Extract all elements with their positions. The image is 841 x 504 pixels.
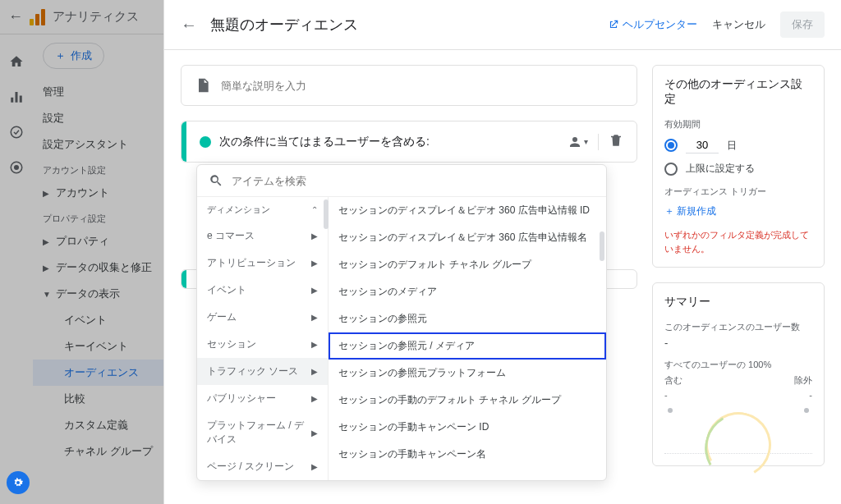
nav-account-label: アカウント [56,186,109,200]
chevron-right-icon: ▶ [43,189,51,198]
trigger-label: オーディエンス トリガー [664,186,812,198]
category-item[interactable]: セッション▶ [197,331,328,358]
home-icon[interactable] [9,54,24,71]
summary-pct-label: すべてのユーザーの 100% [664,359,812,371]
max-radio[interactable] [664,163,678,176]
trigger-new-link[interactable]: ＋ 新規作成 [664,204,812,218]
settings-title: その他のオーディエンス設定 [664,77,812,107]
chevron-right-icon: ▶ [311,286,318,295]
description-row [181,65,637,106]
plus-icon: ＋ [55,48,66,63]
dimension-item[interactable]: セッションのディスプレイ＆ビデオ 360 広告申込情報 ID [329,197,606,224]
category-item[interactable]: ゲーム▶ [197,304,328,331]
picker-search-row [197,165,606,197]
chevron-right-icon: ▶ [311,231,318,241]
scope-dropdown[interactable]: ▾ [568,135,588,149]
app-title: アナリティクス [53,9,139,25]
max-label: 上限に設定する [686,162,755,176]
help-link-label: ヘルプセンター [623,17,697,32]
duration-input[interactable] [686,137,719,153]
help-link[interactable]: ヘルプセンター [608,17,697,32]
nav-data-display[interactable]: ▼データの表示 [33,281,163,307]
create-label: 作成 [71,48,92,63]
include-card: 次の条件に当てはまるユーザーを含める: ▾ [181,121,637,163]
include-title: 次の条件に当てはまるユーザーを含める: [219,135,559,149]
search-icon [209,173,223,188]
nav-data-collect[interactable]: ▶データの収集と修正 [33,254,163,281]
category-item[interactable]: トラフィック ソース▶ [197,358,328,385]
include-label: 含む [664,374,682,387]
nav-property[interactable]: ▶プロパティ [33,228,163,254]
dimension-item[interactable]: セッションのディスプレイ＆ビデオ 360 広告申込情報名 [329,224,606,251]
document-icon [195,77,211,94]
chevron-up-icon: ⌃ [311,205,318,214]
dimension-item[interactable]: セッションの参照元プラットフォーム [329,360,606,387]
scrollbar[interactable] [600,231,604,261]
scrollbar[interactable] [324,199,329,229]
page-title: 無題のオーディエンス [210,15,595,34]
account-group-label: アカウント設定 [33,158,163,180]
dimension-item[interactable]: セッションの手動キャンペーン名 [329,441,606,468]
chevron-right-icon: ▶ [43,237,51,246]
chevron-right-icon: ▶ [311,259,318,268]
duration-unit: 日 [727,139,737,153]
settings-card: その他のオーディエンス設定 有効期間 日 上限に設定する オーディエンス トリガ… [652,65,825,268]
category-header: ディメンション ⌃ [197,197,328,222]
chevron-right-icon: ▶ [311,462,318,471]
nav-settings[interactable]: 設定 [33,105,163,131]
category-item[interactable]: プラットフォーム / デバイス▶ [197,412,328,453]
explore-icon[interactable] [9,125,24,142]
chevron-down-icon: ▼ [43,290,51,299]
dimension-picker: ディメンション ⌃ e コマース▶アトリビューション▶イベント▶ゲーム▶セッショ… [196,164,607,481]
nav-events[interactable]: イベント [33,307,163,333]
summary-users-label: このオーディエンスのユーザー数 [664,321,812,333]
create-button[interactable]: ＋ 作成 [43,43,104,69]
nav-account[interactable]: ▶アカウント [33,180,163,206]
back-button[interactable]: ← [181,16,197,34]
nav-custom-def[interactable]: カスタム定義 [33,412,163,438]
nav-channel-groups[interactable]: チャネル グループ [33,438,163,465]
dimension-item[interactable]: セッションの参照元 / メディア [329,332,606,360]
cancel-button[interactable]: キャンセル [712,17,765,32]
chevron-right-icon: ▶ [311,367,318,376]
dimension-item[interactable]: セッションのメディア [329,278,606,305]
nav-setup-assistant[interactable]: 設定アシスタント [33,131,163,158]
chevron-right-icon: ▶ [311,340,318,349]
reports-icon[interactable] [9,89,24,107]
chevron-right-icon: ▶ [311,313,318,322]
svg-point-0 [11,126,22,138]
duration-radio[interactable] [664,139,678,152]
description-input[interactable] [221,80,623,92]
exclude-value: - [809,390,812,400]
gear-icon[interactable] [7,471,30,494]
dimension-item[interactable]: セッションの手動のデフォルト チャネル グループ [329,387,606,414]
nav-compare[interactable]: 比較 [33,386,163,412]
category-column: ディメンション ⌃ e コマース▶アトリビューション▶イベント▶ゲーム▶セッショ… [197,197,329,480]
summary-card: サマリー このオーディエンスのユーザー数 - すべてのユーザーの 100% 含む… [652,282,825,466]
category-item[interactable]: イベント▶ [197,277,328,304]
trash-icon [609,133,623,148]
category-item[interactable]: アトリビューション▶ [197,250,328,277]
nav-audiences[interactable]: オーディエンス [33,360,163,386]
advertising-icon[interactable] [9,160,24,177]
picker-search-input[interactable] [232,175,595,187]
category-header-label: ディメンション [207,204,270,216]
category-item[interactable]: ページ / スクリーン▶ [197,453,328,480]
category-item[interactable]: e コマース▶ [197,222,328,250]
nav-key-events[interactable]: キーイベント [33,333,163,360]
back-icon[interactable]: ← [8,8,23,25]
delete-button[interactable] [609,133,623,150]
dimension-item[interactable]: セッションの参照元 [329,305,606,332]
filter-error: いずれかのフィルタ定義が完成していません。 [664,228,812,255]
nav-admin[interactable]: 管理 [33,79,163,105]
nav-data-collect-label: データの収集と修正 [56,260,152,275]
duration-label: 有効期間 [664,118,812,131]
include-value: - [664,390,668,400]
user-icon [568,135,582,149]
dimension-item[interactable]: セッションのデフォルト チャネル グループ [329,251,606,278]
dimension-item[interactable]: セッションの手動キャンペーン ID [329,414,606,441]
save-button[interactable]: 保存 [780,11,825,38]
analytics-logo [30,9,46,25]
category-item[interactable]: パブリッシャー▶ [197,385,328,412]
nav-property-label: プロパティ [56,234,109,249]
